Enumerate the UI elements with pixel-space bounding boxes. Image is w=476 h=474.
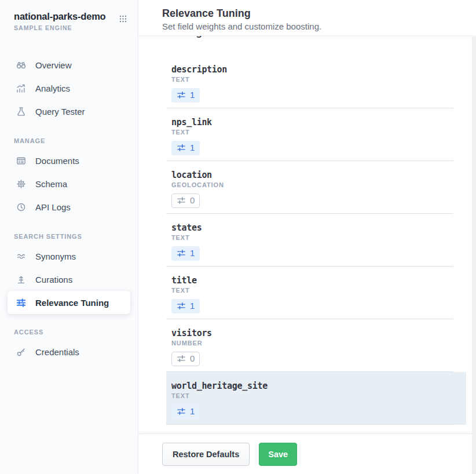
sidebar-item-credentials[interactable]: Credentials xyxy=(8,340,130,363)
field-weight-value: 1 xyxy=(190,143,195,153)
engine-info: national-parks-demo SAMPLE ENGINE xyxy=(14,11,105,31)
sidebar-item-analytics[interactable]: Analytics xyxy=(8,76,130,100)
sliders-icon xyxy=(177,407,186,416)
scrollbar[interactable] xyxy=(472,37,476,474)
field-weight-badge[interactable]: 0 xyxy=(171,352,200,366)
sidebar-item-overview[interactable]: Overview xyxy=(8,53,130,76)
sidebar-nav: Overview Analytics Query Tester MANAGE D… xyxy=(0,31,138,363)
field-row[interactable]: nps_link TEXT 1 xyxy=(166,108,466,161)
sidebar-item-label: Query Tester xyxy=(35,107,85,116)
engine-type-label: SAMPLE ENGINE xyxy=(14,24,105,31)
field-weight-badge[interactable]: 1 xyxy=(171,246,200,261)
sidebar-item-label: Credentials xyxy=(35,347,79,357)
page-subtitle: Set field weights and customize boosting… xyxy=(162,21,476,31)
curation-icon xyxy=(16,275,26,285)
waves-icon xyxy=(16,251,26,261)
field-type-label: TEXT xyxy=(171,129,453,136)
sidebar-item-relevance-tuning[interactable]: Relevance Tuning xyxy=(8,291,130,314)
field-list: description TEXT 1 nps_link TEXT 1 locat… xyxy=(166,56,466,425)
field-name: nps_link xyxy=(171,117,453,127)
documents-icon xyxy=(16,156,26,166)
field-weight-value: 1 xyxy=(190,406,195,417)
apps-grid-icon[interactable] xyxy=(119,14,127,23)
field-type-label: TEXT xyxy=(171,392,453,400)
field-weight-value: 0 xyxy=(190,195,195,206)
field-weight-badge[interactable]: 1 xyxy=(171,141,200,155)
sidebar-header: national-parks-demo SAMPLE ENGINE xyxy=(0,0,138,31)
sidebar-item-documents[interactable]: Documents xyxy=(8,149,130,172)
field-weight-value: 1 xyxy=(190,248,195,258)
field-weight-badge[interactable]: 0 xyxy=(171,194,200,208)
field-type-label: TEXT xyxy=(171,76,453,83)
save-button[interactable]: Save xyxy=(259,443,297,466)
sidebar-section-heading: SEARCH SETTINGS xyxy=(14,233,138,240)
field-name: title xyxy=(171,275,453,286)
field-weight-value: 1 xyxy=(190,90,195,100)
sidebar-item-label: Schema xyxy=(35,179,67,189)
restore-defaults-button[interactable]: Restore Defaults xyxy=(162,443,250,466)
field-type-label: GEOLOCATION xyxy=(171,181,453,189)
key-icon xyxy=(16,347,26,357)
content-area: Manage fields description TEXT 1 nps_lin… xyxy=(138,0,476,433)
field-weight-badge[interactable]: 1 xyxy=(171,88,200,103)
sidebar: national-parks-demo SAMPLE ENGINE Overvi… xyxy=(0,0,138,474)
sidebar-item-label: API Logs xyxy=(35,202,71,212)
field-row[interactable]: description TEXT 1 xyxy=(166,56,466,108)
field-name: states xyxy=(171,223,453,233)
beaker-icon xyxy=(16,107,26,116)
field-name: location xyxy=(171,170,453,180)
field-type-label: TEXT xyxy=(171,234,453,242)
sliders-icon xyxy=(177,354,186,363)
field-weight-badge[interactable]: 1 xyxy=(171,299,200,313)
main-panel: Manage fields description TEXT 1 nps_lin… xyxy=(138,0,476,474)
field-name: description xyxy=(171,64,453,75)
field-row[interactable]: title TEXT 1 xyxy=(166,267,466,319)
sidebar-item-api-logs[interactable]: API Logs xyxy=(8,195,130,218)
field-row[interactable]: world_heritage_site TEXT 1 xyxy=(166,372,466,425)
sliders-icon xyxy=(177,249,186,258)
field-weight-value: 1 xyxy=(190,301,195,311)
sliders-icon xyxy=(177,143,186,152)
sidebar-item-label: Analytics xyxy=(35,83,70,93)
field-row[interactable]: visitors NUMBER 0 xyxy=(166,319,466,372)
page-title: Relevance Tuning xyxy=(162,8,476,20)
field-type-label: TEXT xyxy=(171,287,453,294)
page-header: Relevance Tuning Set field weights and c… xyxy=(138,0,476,36)
sidebar-item-label: Curations xyxy=(35,275,72,285)
field-row[interactable]: location GEOLOCATION 0 xyxy=(166,161,466,214)
action-bar: Restore Defaults Save xyxy=(138,433,472,474)
sidebar-item-label: Relevance Tuning xyxy=(35,298,109,308)
field-name: visitors xyxy=(171,328,453,338)
app-window: national-parks-demo SAMPLE ENGINE Overvi… xyxy=(0,0,476,474)
sidebar-item-label: Overview xyxy=(35,60,72,70)
field-row[interactable]: states TEXT 1 xyxy=(166,214,466,267)
sidebar-item-query-tester[interactable]: Query Tester xyxy=(8,100,130,123)
sidebar-item-label: Documents xyxy=(35,156,79,166)
engine-name: national-parks-demo xyxy=(14,11,105,22)
binoculars-icon xyxy=(16,60,26,70)
sliders-icon xyxy=(177,90,186,100)
sliders-icon xyxy=(177,196,186,205)
field-name: world_heritage_site xyxy=(171,381,453,391)
sliders-icon xyxy=(177,301,186,311)
sidebar-item-label: Synonyms xyxy=(35,251,76,261)
field-type-label: NUMBER xyxy=(171,340,453,347)
sidebar-item-schema[interactable]: Schema xyxy=(8,172,130,195)
sidebar-section-heading: ACCESS xyxy=(14,329,138,336)
field-weight-badge[interactable]: 1 xyxy=(171,404,200,419)
clock-icon xyxy=(16,202,26,212)
sidebar-item-curations[interactable]: Curations xyxy=(8,268,130,291)
sliders-icon xyxy=(16,298,26,308)
sidebar-item-synonyms[interactable]: Synonyms xyxy=(8,245,130,268)
field-weight-value: 0 xyxy=(190,353,195,364)
bar-chart-icon xyxy=(16,83,26,93)
gear-icon xyxy=(16,179,26,189)
sidebar-section-heading: MANAGE xyxy=(14,137,138,144)
